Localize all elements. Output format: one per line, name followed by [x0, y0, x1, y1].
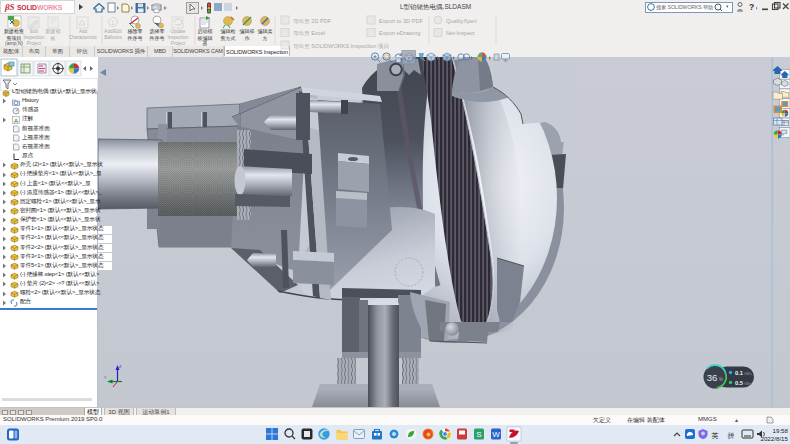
svg-text:方: 方 — [263, 35, 268, 42]
svg-text:拼: 拼 — [728, 432, 735, 439]
svg-text:A: A — [14, 117, 18, 123]
svg-text:编辑检: 编辑检 — [221, 28, 236, 34]
svg-text:βS: βS — [4, 2, 15, 12]
svg-text:(amp;N): (amp;N) — [5, 40, 23, 46]
svg-text:搜索 SOLIDWORKS 帮助: 搜索 SOLIDWORKS 帮助 — [656, 4, 713, 11]
svg-text:Edit: Edit — [30, 29, 39, 34]
svg-text:Update: Update — [171, 29, 186, 34]
svg-text:Export to 3D PDF: Export to 3D PDF — [379, 18, 423, 24]
svg-text:KB/s: KB/s — [745, 372, 752, 376]
svg-text:Inspection: Inspection — [168, 35, 189, 40]
svg-text:0.5: 0.5 — [735, 380, 744, 386]
svg-text:%: % — [719, 377, 723, 382]
svg-text:36: 36 — [707, 372, 718, 383]
svg-text:Y: Y — [104, 375, 107, 380]
svg-text:Export eDrawing: Export eDrawing — [379, 30, 420, 36]
svg-text:Net-Inspect: Net-Inspect — [446, 30, 475, 36]
svg-text:Inspection: Inspection — [24, 35, 45, 40]
svg-text:Add/Edit: Add/Edit — [104, 29, 122, 34]
svg-text:WORKS: WORKS — [37, 4, 63, 11]
svg-text:导出至 Excel: 导出至 Excel — [293, 30, 325, 36]
svg-text:查方式: 查方式 — [221, 35, 236, 42]
svg-text:QualityXpert: QualityXpert — [446, 18, 477, 24]
svg-text:KB/s: KB/s — [745, 382, 752, 386]
svg-text:Project: Project — [171, 41, 186, 46]
svg-text:作: 作 — [245, 35, 251, 41]
svg-text:Add: Add — [79, 29, 88, 34]
svg-text:19:58: 19:58 — [773, 427, 789, 434]
svg-text:2022/8/15: 2022/8/15 — [760, 435, 788, 442]
svg-text:编辑卖: 编辑卖 — [258, 28, 273, 34]
svg-text:W: W — [492, 430, 500, 439]
svg-text:导出至 2D PDF: 导出至 2D PDF — [293, 18, 332, 24]
svg-text:器: 器 — [203, 40, 208, 46]
svg-text:编辑操: 编辑操 — [240, 28, 255, 34]
svg-text:板: 板 — [50, 35, 56, 41]
svg-text:英: 英 — [712, 432, 719, 440]
svg-text:Project: Project — [27, 41, 42, 46]
svg-text:SOLID: SOLID — [17, 4, 37, 11]
svg-text:Characteristic: Characteristic — [69, 35, 98, 40]
svg-text:件序号: 件序号 — [149, 35, 165, 42]
svg-text:Balloons: Balloons — [104, 35, 122, 40]
svg-text:?: ? — [749, 2, 754, 12]
svg-text:S: S — [476, 430, 481, 439]
svg-text:导出至 SOLIDWORKS Inspection 项目: 导出至 SOLIDWORKS Inspection 项目 — [293, 43, 389, 49]
svg-text:0.1: 0.1 — [735, 370, 744, 376]
svg-text:件序号: 件序号 — [127, 35, 143, 42]
